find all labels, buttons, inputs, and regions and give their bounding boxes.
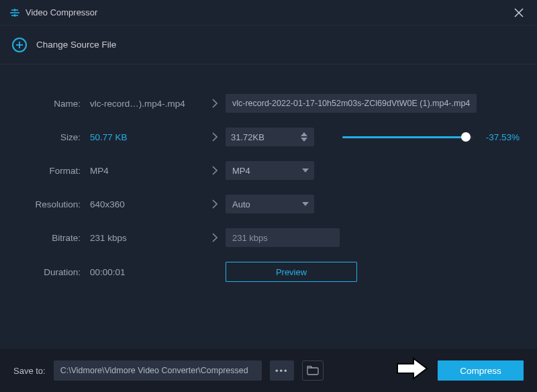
open-folder-button[interactable] [302,360,324,381]
chevron-down-icon [302,168,309,173]
format-select[interactable]: MP4 [226,161,314,180]
resolution-value: 640x360 [90,199,204,209]
window-title: Video Compressor [26,7,510,17]
size-label: Size: [17,132,90,142]
compressor-icon [9,7,20,18]
resolution-selected: Auto [232,199,250,209]
svg-marker-12 [302,202,309,206]
size-slider-wrap: -37.53% [342,130,520,144]
format-arrow-button[interactable] [204,166,226,175]
video-compressor-window: Video Compressor Change Source File Name… [0,0,537,392]
spinner-up-icon[interactable] [301,132,310,136]
format-label: Format: [17,166,90,176]
save-path-field[interactable]: C:\Vidmore\Vidmore Video Converter\Compr… [54,360,262,381]
chevron-down-icon [302,202,309,206]
folder-icon [307,366,319,375]
compress-label: Compress [460,366,501,376]
size-target-input[interactable]: 31.72KB [226,128,314,146]
compress-button[interactable]: Compress [438,360,524,381]
duration-value: 00:00:01 [90,267,226,277]
bitrate-label: Bitrate: [17,233,90,243]
svg-marker-11 [302,168,309,173]
change-source-label: Change Source File [36,40,116,50]
preview-label: Preview [276,267,307,277]
size-row: Size: 50.77 KB 31.72KB -37.53% [17,128,520,146]
duration-row: Duration: 00:00:01 Preview [17,262,520,282]
slider-thumb[interactable] [461,132,471,142]
format-row: Format: MP4 MP4 [17,161,520,180]
name-arrow-button[interactable] [204,99,226,108]
preview-button[interactable]: Preview [226,262,357,282]
size-spinner[interactable] [301,129,310,145]
spinner-down-icon[interactable] [301,138,310,142]
change-source-button[interactable]: Change Source File [0,26,537,64]
plus-circle-icon [12,38,27,52]
resolution-arrow-button[interactable] [204,199,226,209]
compression-form: Name: vlc-record…).mp4-.mp4 vlc-record-2… [0,64,537,295]
size-arrow-button[interactable] [204,132,226,142]
bitrate-value: 231 kbps [90,233,204,243]
svg-marker-10 [301,138,307,142]
size-target-value: 31.72KB [231,132,264,142]
svg-rect-13 [307,368,318,375]
name-short-value: vlc-record…).mp4-.mp4 [90,99,204,109]
titlebar: Video Compressor [0,0,537,26]
bitrate-target-field[interactable]: 231 kbps [226,228,340,247]
resolution-select[interactable]: Auto [226,195,314,213]
footer: Save to: C:\Vidmore\Vidmore Video Conver… [0,349,537,392]
svg-marker-9 [301,132,307,136]
name-row: Name: vlc-record…).mp4-.mp4 vlc-record-2… [17,94,520,113]
slider-fill [342,136,466,138]
resolution-row: Resolution: 640x360 Auto [17,195,520,213]
format-value: MP4 [90,166,204,176]
format-selected: MP4 [232,166,250,176]
size-original-value: 50.77 KB [90,132,204,142]
close-button[interactable] [510,5,528,20]
name-output-field[interactable]: vlc-record-2022-01-17-10h52m03s-ZCl69dVt… [226,94,477,113]
name-label: Name: [17,99,90,109]
bitrate-row: Bitrate: 231 kbps 231 kbps [17,228,520,247]
save-path-value: C:\Vidmore\Vidmore Video Converter\Compr… [60,366,248,375]
duration-label: Duration: [17,267,90,277]
name-full-value: vlc-record-2022-01-17-10h52m03s-ZCl69dVt… [232,99,470,108]
bitrate-target-value: 231 kbps [232,233,268,243]
bitrate-arrow-button[interactable] [204,233,226,242]
size-percent: -37.53% [482,132,520,142]
size-slider[interactable] [342,130,473,144]
ellipsis-icon: ••• [275,366,289,376]
browse-path-button[interactable]: ••• [270,360,294,381]
resolution-label: Resolution: [17,199,90,209]
save-to-label: Save to: [13,366,46,376]
